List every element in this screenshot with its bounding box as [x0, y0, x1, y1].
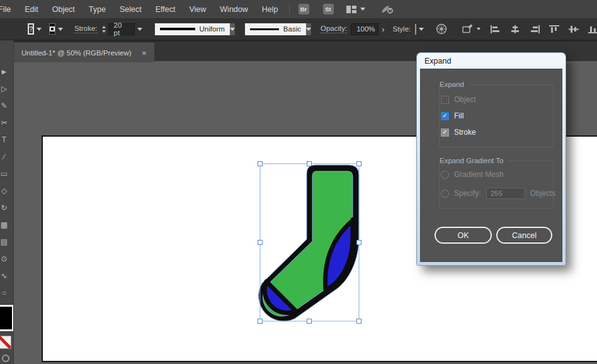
- bridge-button[interactable]: Br: [298, 4, 309, 14]
- isolate-selected-object-icon[interactable]: [462, 24, 474, 34]
- specify-row: Specify: 255 Objects: [441, 188, 555, 199]
- scissors-tool-icon[interactable]: ✂: [0, 114, 11, 131]
- line-tool-icon[interactable]: ∕: [0, 148, 11, 165]
- control-bar: ? Stroke: 20 pt Uniform Basic Opacity: 1…: [0, 18, 597, 40]
- handle-middle-right[interactable]: [357, 241, 361, 245]
- gradient-mesh-label: Gradient Mesh: [454, 170, 504, 179]
- menu-type[interactable]: Type: [82, 5, 113, 14]
- align-horizontal-right-icon[interactable]: [530, 25, 540, 33]
- document-tab[interactable]: Untitled-1* @ 50% (RGB/Preview) ✕: [14, 43, 154, 62]
- rotate-tool-icon[interactable]: ↻: [0, 199, 11, 216]
- cancel-button[interactable]: Cancel: [496, 227, 552, 244]
- gradient-mesh-row: Gradient Mesh: [441, 170, 504, 179]
- gpu-performance-icon[interactable]: [380, 4, 394, 14]
- stroke-weight-chevron-icon[interactable]: [137, 28, 142, 31]
- hand-tool-icon[interactable]: ∿: [0, 267, 11, 284]
- handle-top-right[interactable]: [357, 162, 361, 166]
- document-tab-title: Untitled-1* @ 50% (RGB/Preview): [21, 49, 132, 57]
- ok-button[interactable]: OK: [435, 227, 492, 244]
- zoom-tool-icon[interactable]: ○: [0, 284, 11, 301]
- handle-bottom-center[interactable]: [307, 319, 312, 324]
- stroke-swatch-inner: [50, 26, 55, 31]
- workspace-chevron-icon[interactable]: [360, 8, 365, 11]
- opacity-label[interactable]: Opacity:: [321, 25, 347, 33]
- fill-chevron-icon[interactable]: [37, 28, 42, 31]
- stroke-color-swatch[interactable]: [49, 23, 55, 35]
- expand-group-legend: Expand: [440, 80, 469, 89]
- stroke-checkbox-label: Stroke: [454, 128, 476, 137]
- stroke-checkbox[interactable]: ✓: [441, 128, 449, 137]
- objects-label: Objects: [530, 189, 556, 198]
- dialog-title: Expand: [424, 57, 451, 65]
- stroke-weight-label[interactable]: Stroke:: [74, 25, 97, 33]
- opacity-panel-button[interactable]: ›: [382, 25, 384, 33]
- screen-mode-icon[interactable]: [2, 355, 9, 362]
- menu-window[interactable]: Window: [213, 5, 254, 14]
- rectangle-tool-icon[interactable]: ▭: [0, 165, 11, 182]
- stroke-weight-field[interactable]: 20 pt: [108, 23, 135, 35]
- shape-tool-icon[interactable]: ◇: [0, 182, 11, 199]
- handle-middle-left[interactable]: [258, 241, 263, 245]
- gradient-mesh-radio[interactable]: [441, 171, 449, 179]
- graph-tool-icon[interactable]: ▤: [0, 233, 11, 250]
- style-chevron-icon[interactable]: [419, 28, 424, 31]
- menu-effect[interactable]: Effect: [149, 5, 183, 14]
- align-vertical-center-icon[interactable]: [569, 25, 579, 33]
- fill-option-row: ✓ Fill: [441, 111, 463, 120]
- handle-top-left[interactable]: [258, 162, 263, 166]
- pen-tool-icon[interactable]: ✎: [0, 97, 11, 114]
- fill-color-swatch[interactable]: ?: [28, 23, 34, 35]
- object-checkbox[interactable]: [441, 96, 449, 104]
- fill-checkbox[interactable]: ✓: [441, 112, 449, 120]
- handle-bottom-right[interactable]: [357, 319, 361, 324]
- align-horizontal-left-icon[interactable]: [491, 25, 501, 33]
- sock-artwork[interactable]: [251, 157, 370, 327]
- stroke-none-swatch[interactable]: [0, 336, 11, 349]
- type-tool-icon[interactable]: T: [0, 131, 11, 148]
- stroke-chevron-icon[interactable]: [58, 28, 63, 31]
- align-horizontal-center-icon[interactable]: [510, 25, 520, 33]
- menu-select[interactable]: Select: [113, 5, 149, 14]
- brush-value: Basic: [283, 25, 301, 33]
- expand-gradient-group: Expand Gradient To Gradient Mesh Specify…: [439, 161, 554, 208]
- fill-checkbox-label: Fill: [454, 111, 463, 120]
- width-profile-chevron-icon[interactable]: [230, 23, 235, 35]
- specify-objects-field[interactable]: 255: [486, 188, 525, 199]
- tab-close-icon[interactable]: ✕: [142, 50, 147, 57]
- handle-top-center[interactable]: [307, 162, 312, 166]
- direct-selection-tool-icon[interactable]: ▷: [0, 80, 11, 97]
- selection-tool-icon[interactable]: ►: [0, 63, 11, 80]
- menu-edit[interactable]: Edit: [18, 5, 45, 14]
- opacity-field[interactable]: 100%: [351, 23, 378, 35]
- menu-file[interactable]: File: [0, 5, 18, 14]
- fill-unknown-label: ?: [29, 25, 33, 33]
- specify-radio[interactable]: [441, 190, 449, 198]
- stock-button[interactable]: St: [323, 4, 334, 14]
- tools-panel: ► ▷ ✎ ✂ T ∕ ▭ ◇ ↻ ▦ ▤ ⊙ ∿ ○: [0, 40, 14, 364]
- workspace-switcher-icon[interactable]: [346, 6, 356, 13]
- artboard-tool-icon[interactable]: ▦: [0, 216, 11, 233]
- menu-view[interactable]: View: [182, 5, 213, 14]
- align-vertical-top-icon[interactable]: [549, 25, 559, 33]
- expand-dialog: Expand Expand Object ✓ Fill ✓ Stroke: [417, 53, 566, 265]
- recolor-artwork-icon[interactable]: [435, 23, 448, 35]
- gradient-tool-icon[interactable]: ⊙: [0, 250, 11, 267]
- object-option-row: Object: [441, 95, 476, 104]
- align-vertical-bottom-icon[interactable]: [588, 25, 597, 33]
- dialog-buttons: OK Cancel: [435, 227, 552, 244]
- menu-bar: File Edit Object Type Select Effect View…: [0, 0, 597, 18]
- width-profile-dropdown[interactable]: Uniform: [155, 23, 230, 35]
- style-swatch[interactable]: [415, 24, 416, 35]
- brush-chevron-icon[interactable]: [306, 23, 311, 35]
- brush-dropdown[interactable]: Basic: [245, 23, 306, 35]
- handle-bottom-left[interactable]: [258, 319, 263, 324]
- isolate-chevron-icon[interactable]: [477, 28, 480, 30]
- menubar-separator: [289, 4, 290, 14]
- menu-help[interactable]: Help: [255, 5, 285, 14]
- specify-label: Specify:: [454, 189, 481, 198]
- dialog-titlebar[interactable]: Expand: [417, 53, 566, 69]
- fill-indicator-swatch[interactable]: [0, 305, 14, 331]
- stroke-weight-stepper[interactable]: [102, 26, 106, 33]
- menu-object[interactable]: Object: [45, 5, 82, 14]
- expand-options-group: Expand Object ✓ Fill ✓ Stroke: [439, 84, 554, 147]
